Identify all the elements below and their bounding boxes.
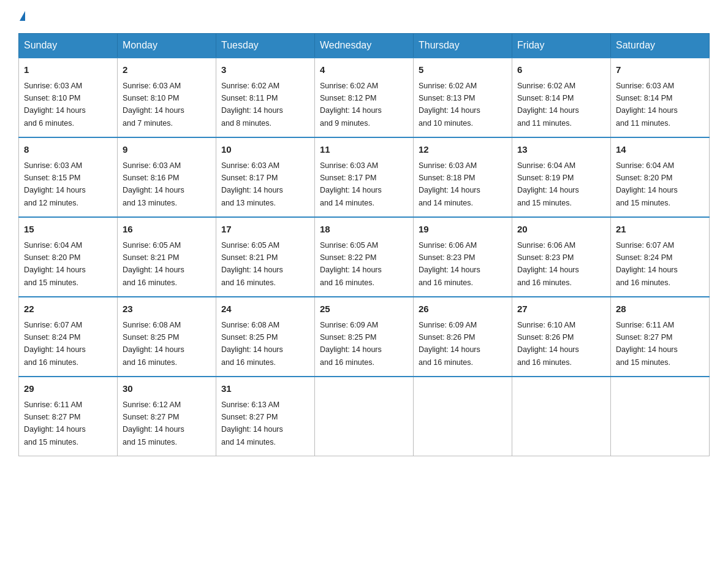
day-number: 25 [320,302,408,316]
day-number: 6 [517,63,605,77]
calendar-cell: 29 Sunrise: 6:11 AMSunset: 8:27 PMDaylig… [19,377,118,456]
day-info: Sunrise: 6:02 AMSunset: 8:14 PMDaylight:… [517,82,579,128]
day-info: Sunrise: 6:09 AMSunset: 8:26 PMDaylight:… [419,321,480,367]
calendar-cell: 18 Sunrise: 6:05 AMSunset: 8:22 PMDaylig… [315,217,414,297]
calendar-cell: 12 Sunrise: 6:03 AMSunset: 8:18 PMDaylig… [414,137,512,217]
calendar-cell: 8 Sunrise: 6:03 AMSunset: 8:15 PMDayligh… [19,137,118,217]
day-number: 1 [24,63,112,77]
week-row-3: 15 Sunrise: 6:04 AMSunset: 8:20 PMDaylig… [19,217,710,297]
day-number: 17 [221,223,309,237]
day-info: Sunrise: 6:04 AMSunset: 8:20 PMDaylight:… [616,161,678,207]
day-header-sunday: Sunday [19,34,118,58]
day-info: Sunrise: 6:02 AMSunset: 8:13 PMDaylight:… [419,82,480,128]
page-header [18,12,710,21]
calendar-cell: 2 Sunrise: 6:03 AMSunset: 8:10 PMDayligh… [118,58,216,137]
day-info: Sunrise: 6:03 AMSunset: 8:10 PMDaylight:… [24,82,86,128]
week-row-1: 1 Sunrise: 6:03 AMSunset: 8:10 PMDayligh… [19,58,710,137]
day-info: Sunrise: 6:03 AMSunset: 8:17 PMDaylight:… [221,161,283,207]
day-info: Sunrise: 6:03 AMSunset: 8:18 PMDaylight:… [419,161,480,207]
day-number: 19 [419,223,507,237]
day-number: 14 [616,143,704,157]
logo-text [18,12,26,22]
calendar-cell [512,377,611,456]
day-number: 4 [320,63,408,77]
day-number: 21 [616,223,704,237]
day-header-monday: Monday [118,34,216,58]
day-number: 11 [320,143,408,157]
logo [18,12,26,21]
day-header-friday: Friday [512,34,611,58]
day-number: 13 [517,143,605,157]
calendar-cell: 31 Sunrise: 6:13 AMSunset: 8:27 PMDaylig… [216,377,315,456]
calendar-cell: 1 Sunrise: 6:03 AMSunset: 8:10 PMDayligh… [19,58,118,137]
calendar-cell: 17 Sunrise: 6:05 AMSunset: 8:21 PMDaylig… [216,217,315,297]
calendar-cell: 11 Sunrise: 6:03 AMSunset: 8:17 PMDaylig… [315,137,414,217]
day-info: Sunrise: 6:03 AMSunset: 8:14 PMDaylight:… [616,82,678,128]
calendar-header-row: SundayMondayTuesdayWednesdayThursdayFrid… [19,34,710,58]
day-number: 31 [221,382,309,396]
day-info: Sunrise: 6:07 AMSunset: 8:24 PMDaylight:… [24,321,86,367]
day-info: Sunrise: 6:06 AMSunset: 8:23 PMDaylight:… [419,241,480,287]
day-info: Sunrise: 6:03 AMSunset: 8:17 PMDaylight:… [320,161,382,207]
day-header-wednesday: Wednesday [315,34,414,58]
day-number: 16 [123,223,211,237]
calendar-cell: 5 Sunrise: 6:02 AMSunset: 8:13 PMDayligh… [414,58,512,137]
week-row-2: 8 Sunrise: 6:03 AMSunset: 8:15 PMDayligh… [19,137,710,217]
calendar-cell: 22 Sunrise: 6:07 AMSunset: 8:24 PMDaylig… [19,297,118,377]
week-row-4: 22 Sunrise: 6:07 AMSunset: 8:24 PMDaylig… [19,297,710,377]
calendar-cell: 9 Sunrise: 6:03 AMSunset: 8:16 PMDayligh… [118,137,216,217]
calendar-table: SundayMondayTuesdayWednesdayThursdayFrid… [18,33,710,456]
day-header-tuesday: Tuesday [216,34,315,58]
calendar-cell: 3 Sunrise: 6:02 AMSunset: 8:11 PMDayligh… [216,58,315,137]
calendar-cell: 10 Sunrise: 6:03 AMSunset: 8:17 PMDaylig… [216,137,315,217]
day-number: 20 [517,223,605,237]
day-info: Sunrise: 6:11 AMSunset: 8:27 PMDaylight:… [24,400,86,446]
day-info: Sunrise: 6:04 AMSunset: 8:19 PMDaylight:… [517,161,579,207]
day-number: 30 [123,382,211,396]
day-number: 18 [320,223,408,237]
day-info: Sunrise: 6:07 AMSunset: 8:24 PMDaylight:… [616,241,678,287]
day-number: 5 [419,63,507,77]
day-header-saturday: Saturday [611,34,710,58]
day-number: 22 [24,302,112,316]
day-number: 23 [123,302,211,316]
day-number: 24 [221,302,309,316]
calendar-cell [315,377,414,456]
day-info: Sunrise: 6:08 AMSunset: 8:25 PMDaylight:… [123,321,184,367]
calendar-cell [414,377,512,456]
calendar-cell: 23 Sunrise: 6:08 AMSunset: 8:25 PMDaylig… [118,297,216,377]
day-info: Sunrise: 6:13 AMSunset: 8:27 PMDaylight:… [221,400,283,446]
calendar-cell: 27 Sunrise: 6:10 AMSunset: 8:26 PMDaylig… [512,297,611,377]
calendar-cell: 20 Sunrise: 6:06 AMSunset: 8:23 PMDaylig… [512,217,611,297]
day-info: Sunrise: 6:06 AMSunset: 8:23 PMDaylight:… [517,241,579,287]
day-number: 29 [24,382,112,396]
day-info: Sunrise: 6:04 AMSunset: 8:20 PMDaylight:… [24,241,86,287]
calendar-cell: 30 Sunrise: 6:12 AMSunset: 8:27 PMDaylig… [118,377,216,456]
day-info: Sunrise: 6:02 AMSunset: 8:11 PMDaylight:… [221,82,283,128]
day-info: Sunrise: 6:05 AMSunset: 8:21 PMDaylight:… [221,241,283,287]
day-number: 2 [123,63,211,77]
day-info: Sunrise: 6:11 AMSunset: 8:27 PMDaylight:… [616,321,678,367]
calendar-cell: 6 Sunrise: 6:02 AMSunset: 8:14 PMDayligh… [512,58,611,137]
calendar-cell: 26 Sunrise: 6:09 AMSunset: 8:26 PMDaylig… [414,297,512,377]
day-number: 15 [24,223,112,237]
day-number: 26 [419,302,507,316]
calendar-cell: 21 Sunrise: 6:07 AMSunset: 8:24 PMDaylig… [611,217,710,297]
calendar-cell: 16 Sunrise: 6:05 AMSunset: 8:21 PMDaylig… [118,217,216,297]
calendar-cell: 13 Sunrise: 6:04 AMSunset: 8:19 PMDaylig… [512,137,611,217]
day-info: Sunrise: 6:03 AMSunset: 8:15 PMDaylight:… [24,161,86,207]
day-info: Sunrise: 6:08 AMSunset: 8:25 PMDaylight:… [221,321,283,367]
day-number: 3 [221,63,309,77]
day-info: Sunrise: 6:05 AMSunset: 8:22 PMDaylight:… [320,241,382,287]
day-info: Sunrise: 6:09 AMSunset: 8:25 PMDaylight:… [320,321,382,367]
day-number: 9 [123,143,211,157]
calendar-cell: 24 Sunrise: 6:08 AMSunset: 8:25 PMDaylig… [216,297,315,377]
calendar-cell: 15 Sunrise: 6:04 AMSunset: 8:20 PMDaylig… [19,217,118,297]
day-info: Sunrise: 6:02 AMSunset: 8:12 PMDaylight:… [320,82,382,128]
logo-triangle-icon [20,11,25,21]
day-number: 10 [221,143,309,157]
day-info: Sunrise: 6:03 AMSunset: 8:10 PMDaylight:… [123,82,184,128]
calendar-cell: 25 Sunrise: 6:09 AMSunset: 8:25 PMDaylig… [315,297,414,377]
day-info: Sunrise: 6:10 AMSunset: 8:26 PMDaylight:… [517,321,579,367]
day-number: 12 [419,143,507,157]
